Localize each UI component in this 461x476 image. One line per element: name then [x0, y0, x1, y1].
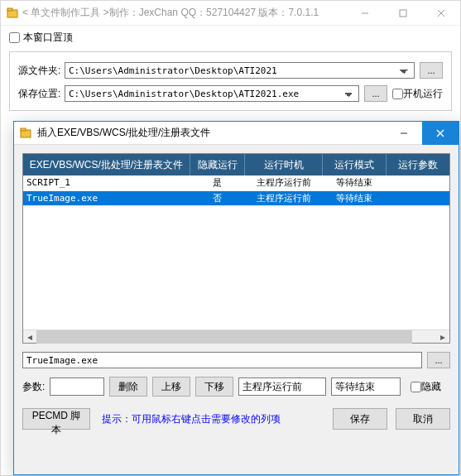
dialog-body: EXE/VBS/WCS/批处理/注册表文件 隐藏运行 运行时机 运行模式 运行参…: [14, 145, 459, 474]
cell-args: [386, 175, 449, 190]
pin-row: 本窗口置顶: [9, 31, 452, 45]
insert-dialog: 插入EXE/VBS/WCS/批处理/注册表文件 EXE/VBS/WCS/批处理/…: [13, 121, 459, 475]
file-table-scroll[interactable]: EXE/VBS/WCS/批处理/注册表文件 隐藏运行 运行时机 运行模式 运行参…: [23, 154, 449, 329]
scroll-right-icon[interactable]: ▸: [436, 330, 449, 344]
col-timing[interactable]: 运行时机: [245, 154, 322, 175]
mode-select[interactable]: 等待结束: [331, 377, 401, 396]
source-input[interactable]: [65, 62, 415, 79]
cell-args: [386, 190, 449, 205]
source-row: 源文件夹: ...: [18, 62, 443, 79]
cell-timing: 主程序运行前: [245, 190, 322, 205]
bottom-row: PECMD 脚本 提示：可用鼠标右键点击需要修改的列项 保存 取消: [22, 408, 450, 430]
file-table: EXE/VBS/WCS/批处理/注册表文件 隐藏运行 运行时机 运行模式 运行参…: [23, 154, 449, 206]
dialog-titlebar: 插入EXE/VBS/WCS/批处理/注册表文件: [14, 122, 459, 145]
file-row: ...: [22, 352, 450, 368]
cell-timing: 主程序运行前: [245, 175, 322, 190]
delete-button[interactable]: 删除: [109, 377, 147, 397]
startup-checkbox-label[interactable]: 开机运行: [392, 87, 443, 101]
cancel-button[interactable]: 取消: [396, 408, 450, 430]
move-down-button[interactable]: 下移: [195, 377, 233, 397]
source-browse-button[interactable]: ...: [420, 62, 443, 79]
cell-hidden: 否: [190, 190, 244, 205]
save-button[interactable]: 保存: [333, 408, 387, 430]
hidden-checkbox[interactable]: [411, 382, 421, 392]
params-row: 参数: 删除 上移 下移 主程序运行前 等待结束 隐藏: [22, 377, 450, 397]
cell-hidden: 是: [190, 175, 244, 190]
cell-file: TrueImage.exe: [23, 190, 190, 205]
pin-label: 本窗口置顶: [23, 31, 73, 45]
pecmd-button[interactable]: PECMD 脚本: [22, 408, 90, 430]
window-controls: [346, 1, 460, 26]
dest-label: 保存位置:: [18, 87, 65, 101]
main-titlebar: < 单文件制作工具 >制作：JexChan QQ：527104427 版本：7.…: [1, 1, 460, 26]
scroll-left-icon[interactable]: ◂: [23, 330, 36, 344]
hint-text: 提示：可用鼠标右键点击需要修改的列项: [102, 412, 324, 426]
col-mode[interactable]: 运行模式: [322, 154, 386, 175]
svg-rect-3: [400, 10, 406, 17]
startup-label: 开机运行: [403, 87, 443, 101]
dialog-minimize-button[interactable]: [386, 122, 422, 145]
file-table-wrap: EXE/VBS/WCS/批处理/注册表文件 隐藏运行 运行时机 运行模式 运行参…: [22, 153, 450, 344]
scroll-thumb[interactable]: [36, 330, 412, 344]
startup-checkbox[interactable]: [392, 89, 403, 99]
horizontal-scrollbar[interactable]: ◂ ▸: [23, 329, 449, 343]
table-header-row: EXE/VBS/WCS/批处理/注册表文件 隐藏运行 运行时机 运行模式 运行参…: [23, 154, 449, 175]
app-icon: [6, 7, 19, 20]
dest-input[interactable]: [65, 85, 359, 102]
svg-rect-7: [21, 128, 26, 131]
pin-checkbox[interactable]: [9, 32, 20, 43]
close-button[interactable]: [422, 1, 460, 26]
file-browse-button[interactable]: ...: [427, 352, 450, 368]
main-body: 本窗口置顶 源文件夹: ... 保存位置: ... 开机运行: [1, 26, 460, 116]
cell-mode: 等待结束: [322, 190, 386, 205]
maximize-button[interactable]: [384, 1, 422, 26]
params-input[interactable]: [50, 377, 104, 396]
dialog-icon: [19, 127, 32, 140]
dialog-controls: [386, 122, 459, 145]
move-up-button[interactable]: 上移: [152, 377, 190, 397]
timing-select[interactable]: 主程序运行前: [238, 377, 326, 396]
scroll-track[interactable]: [36, 330, 436, 344]
hidden-checkbox-label[interactable]: 隐藏: [411, 380, 441, 394]
dest-row: 保存位置: ... 开机运行: [18, 85, 443, 102]
hidden-label: 隐藏: [421, 380, 441, 394]
dest-browse-button[interactable]: ...: [364, 85, 387, 102]
minimize-button[interactable]: [346, 1, 384, 26]
col-hidden[interactable]: 隐藏运行: [190, 154, 244, 175]
file-input[interactable]: [22, 352, 422, 368]
col-file[interactable]: EXE/VBS/WCS/批处理/注册表文件: [23, 154, 190, 175]
dialog-close-button[interactable]: [422, 122, 459, 145]
path-group: 源文件夹: ... 保存位置: ... 开机运行: [9, 51, 452, 111]
dialog-title: 插入EXE/VBS/WCS/批处理/注册表文件: [37, 126, 386, 140]
table-row[interactable]: SCRIPT_1是主程序运行前等待结束: [23, 175, 449, 190]
cell-file: SCRIPT_1: [23, 175, 190, 190]
col-args[interactable]: 运行参数: [386, 154, 449, 175]
cell-mode: 等待结束: [322, 175, 386, 190]
params-label: 参数:: [22, 380, 45, 394]
source-label: 源文件夹:: [18, 64, 65, 78]
main-title: < 单文件制作工具 >制作：JexChan QQ：527104427 版本：7.…: [22, 6, 346, 20]
svg-rect-1: [7, 8, 12, 11]
table-body: SCRIPT_1是主程序运行前等待结束TrueImage.exe否主程序运行前等…: [23, 175, 449, 205]
table-row[interactable]: TrueImage.exe否主程序运行前等待结束: [23, 190, 449, 205]
